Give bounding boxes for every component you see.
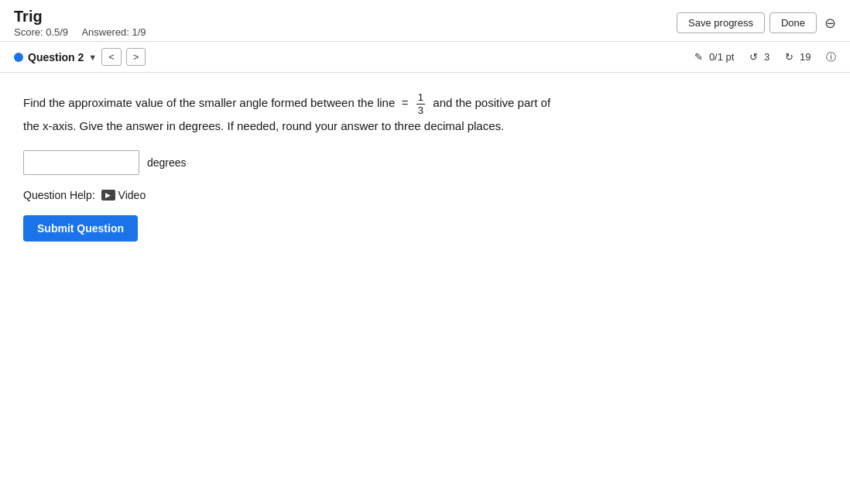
fraction-numerator: 1 <box>416 91 425 105</box>
submit-question-button[interactable]: Submit Question <box>23 215 138 242</box>
equals-sign: = <box>402 96 409 109</box>
question-text: Find the approximate value of the smalle… <box>23 91 827 136</box>
degrees-label: degrees <box>147 156 187 169</box>
submission-icon: ↻ <box>785 51 793 63</box>
question-dot <box>14 53 23 62</box>
help-row: Question Help: ▶ Video <box>23 189 827 201</box>
answered-value: Answered: 1/9 <box>81 26 146 38</box>
score-value: Score: 0.5/9 <box>14 26 68 38</box>
main-container: Trig Score: 0.5/9 Answered: 1/9 Save pro… <box>0 0 850 504</box>
question-dropdown-arrow[interactable]: ▼ <box>88 53 97 62</box>
title-area: Trig Score: 0.5/9 Answered: 1/9 <box>14 8 146 38</box>
answer-input[interactable] <box>23 150 139 175</box>
help-label: Question Help: <box>23 189 95 201</box>
video-play-icon: ▶ <box>101 190 115 201</box>
question-nav-right: ✎ 0/1 pt ↺ 3 ↻ 19 ⓘ <box>694 50 836 64</box>
score-text: Score: 0.5/9 Answered: 1/9 <box>14 26 146 38</box>
prev-question-button[interactable]: < <box>101 48 122 66</box>
print-icon[interactable]: ⊖ <box>824 15 836 32</box>
top-header: Trig Score: 0.5/9 Answered: 1/9 Save pro… <box>0 0 850 42</box>
answer-row: degrees <box>23 150 827 175</box>
content-area: Find the approximate value of the smalle… <box>0 73 850 260</box>
question-nav-left: Question 2 ▼ < > <box>14 48 146 66</box>
save-progress-button[interactable]: Save progress <box>677 12 765 33</box>
fraction: 1 3 <box>416 91 425 116</box>
question-nav: Question 2 ▼ < > ✎ 0/1 pt ↺ 3 ↻ 19 ⓘ <box>0 42 850 73</box>
header-right: Save progress Done ⊖ <box>677 12 836 33</box>
next-question-button[interactable]: > <box>126 48 146 66</box>
fraction-denominator: 3 <box>416 105 425 117</box>
edit-icon: ✎ <box>694 51 703 63</box>
video-label: Video <box>118 189 146 201</box>
question-label: Question 2 <box>28 51 84 63</box>
submissions-count: 19 <box>800 51 811 63</box>
question-text-before: Find the approximate value of the smalle… <box>23 96 395 109</box>
question-text-after: and the positive part of <box>433 96 550 109</box>
page-title: Trig <box>14 8 146 26</box>
retry-icon: ↺ <box>749 51 758 63</box>
retries-count: 3 <box>764 51 769 63</box>
done-button[interactable]: Done <box>769 12 817 33</box>
video-help-button[interactable]: ▶ Video <box>101 189 146 201</box>
pts-label: 0/1 pt <box>709 51 735 63</box>
question-text-line2: the x-axis. Give the answer in degrees. … <box>23 119 504 132</box>
info-icon[interactable]: ⓘ <box>826 50 836 64</box>
